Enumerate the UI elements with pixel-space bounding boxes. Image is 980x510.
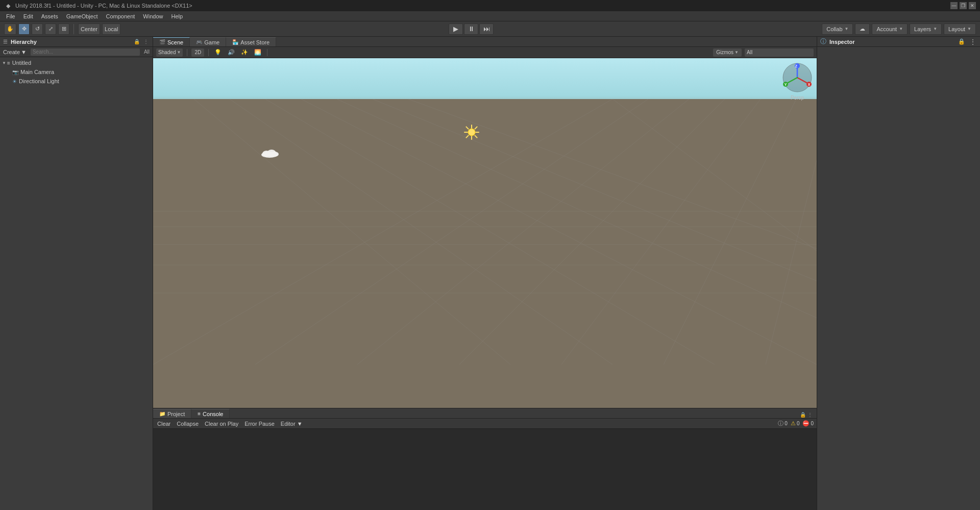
- scene-light-btn[interactable]: 💡: [213, 48, 223, 57]
- menu-assets[interactable]: Assets: [37, 11, 62, 21]
- collab-button[interactable]: Collab ▼: [822, 23, 853, 35]
- warn-icon: ⚠: [791, 420, 796, 427]
- tool-move[interactable]: ✥: [18, 23, 30, 35]
- inspector-title: Inspector: [829, 39, 855, 45]
- project-tab-label: Project: [167, 411, 185, 417]
- hierarchy-content: ▼ ≡ Untitled 📷 Main Camera ☀ Directional…: [0, 57, 153, 510]
- sun-icon: [464, 125, 479, 143]
- create-label: Create: [3, 49, 20, 55]
- tool-hand[interactable]: ✋: [4, 23, 16, 35]
- menu-bar: File Edit Assets GameObject Component Wi…: [0, 11, 980, 21]
- bottom-lock-btn[interactable]: 🔒: [799, 411, 806, 418]
- hierarchy-create-btn[interactable]: Create ▼: [3, 49, 27, 55]
- layout-label: Layout: [948, 26, 965, 32]
- layout-dropdown-arrow: ▼: [967, 27, 971, 31]
- console-collapse-btn[interactable]: Collapse: [176, 420, 200, 428]
- hierarchy-lock-btn[interactable]: 🔒: [133, 38, 140, 45]
- scene-2d-btn[interactable]: 2D: [191, 48, 204, 57]
- layers-label: Layers: [914, 26, 931, 32]
- menu-file[interactable]: File: [2, 11, 19, 21]
- console-warn-badge[interactable]: ⚠ 0: [791, 420, 800, 427]
- bottom-panel: 📁 Project ≡ Console 🔒 ⋮ Clear Colla: [153, 408, 817, 510]
- console-tab-label: Console: [203, 411, 223, 417]
- scene-sep-1: [187, 49, 187, 56]
- console-info-badge[interactable]: ⓘ 0: [778, 420, 788, 427]
- persp-label[interactable]: Persp: [782, 95, 813, 101]
- hierarchy-scene-item[interactable]: ▼ ≡ Untitled: [0, 58, 153, 67]
- collab-label: Collab: [826, 26, 842, 32]
- restore-button[interactable]: ❐: [960, 2, 967, 9]
- tab-asset-store[interactable]: 🏪 Asset Store: [226, 37, 276, 46]
- tool-rect[interactable]: ⊞: [58, 23, 69, 35]
- console-error-badge[interactable]: ⛔ 0: [802, 420, 814, 427]
- console-clear-on-play-btn[interactable]: Clear on Play: [204, 420, 239, 428]
- console-editor-btn[interactable]: Editor ▼: [280, 420, 304, 428]
- console-error-pause-btn[interactable]: Error Pause: [243, 420, 276, 428]
- account-button[interactable]: Account ▼: [872, 23, 908, 35]
- hierarchy-search-input[interactable]: [31, 48, 140, 56]
- error-count: 0: [811, 421, 814, 426]
- scene-fx-btn[interactable]: ✨: [239, 48, 250, 57]
- svg-line-18: [265, 99, 715, 365]
- unity-icon: ◆: [4, 2, 12, 10]
- svg-line-17: [301, 99, 817, 365]
- project-tab-icon: 📁: [159, 411, 165, 417]
- menu-component[interactable]: Component: [102, 11, 139, 21]
- play-button[interactable]: ▶: [449, 23, 463, 35]
- scene-skybox-btn[interactable]: 🌅: [253, 48, 263, 57]
- center-button[interactable]: Center: [78, 23, 100, 35]
- layers-button[interactable]: Layers ▼: [910, 23, 942, 35]
- hierarchy-item-light[interactable]: ☀ Directional Light: [0, 77, 153, 86]
- close-button[interactable]: ✕: [969, 2, 976, 9]
- scene-toolbar: Shaded ▼ 2D 💡 🔊 ✨ 🌅 Gizmos ▼: [153, 47, 817, 58]
- local-button[interactable]: Local: [102, 23, 120, 35]
- shaded-label: Shaded: [158, 50, 176, 55]
- bottom-panel-right: 🔒 ⋮: [796, 411, 817, 418]
- hierarchy-panel: ☰ Hierarchy 🔒 ⋮ Create ▼ All ▼ ≡ Untitle…: [0, 37, 153, 510]
- menu-edit[interactable]: Edit: [19, 11, 37, 21]
- scene-audio-btn[interactable]: 🔊: [226, 48, 236, 57]
- scene-sep-2: [208, 49, 209, 56]
- svg-line-10: [664, 99, 796, 365]
- cloud-button[interactable]: ☁: [855, 23, 870, 35]
- console-clear-btn[interactable]: Clear: [156, 420, 172, 428]
- svg-line-19: [230, 99, 612, 365]
- menu-window[interactable]: Window: [139, 11, 167, 21]
- account-label: Account: [876, 26, 897, 32]
- gizmo-container[interactable]: Z X Y Persp: [782, 62, 813, 98]
- create-arrow: ▼: [21, 49, 27, 55]
- menu-gameobject[interactable]: GameObject: [62, 11, 102, 21]
- step-button[interactable]: ⏭: [479, 23, 494, 35]
- layout-button[interactable]: Layout ▼: [944, 23, 976, 35]
- tab-console[interactable]: ≡ Console: [191, 409, 230, 418]
- tab-game[interactable]: 🎮 Game: [190, 37, 226, 46]
- scene-icon: ≡: [7, 60, 10, 66]
- tool-scale[interactable]: ⤢: [45, 23, 56, 35]
- gizmos-filter-input[interactable]: [745, 48, 814, 57]
- bottom-menu-btn[interactable]: ⋮: [806, 411, 814, 418]
- inspector-header: ⓘ Inspector 🔒 ⋮: [817, 37, 980, 47]
- bottom-tabs: 📁 Project ≡ Console 🔒 ⋮: [153, 408, 817, 419]
- hierarchy-item-camera[interactable]: 📷 Main Camera: [0, 67, 153, 77]
- shaded-select[interactable]: Shaded ▼: [156, 48, 183, 57]
- shaded-dropdown-arrow: ▼: [177, 50, 181, 55]
- hierarchy-panel-controls: 🔒 ⋮: [133, 38, 150, 45]
- menu-help[interactable]: Help: [167, 11, 187, 21]
- minimize-button[interactable]: —: [950, 2, 958, 9]
- pause-button[interactable]: ⏸: [464, 23, 478, 35]
- scene-sep-3: [267, 49, 267, 56]
- inspector-menu-btn[interactable]: ⋮: [969, 38, 977, 46]
- svg-line-7: [357, 99, 689, 365]
- scene-viewport[interactable]: .grid-line { stroke: #999; stroke-width:…: [153, 58, 817, 408]
- hierarchy-all-filter[interactable]: All: [144, 49, 150, 55]
- tab-scene[interactable]: 🎬 Scene: [153, 37, 190, 46]
- svg-line-9: [561, 99, 761, 365]
- tool-rotate[interactable]: ↺: [32, 23, 43, 35]
- inspector-lock-btn[interactable]: 🔒: [958, 38, 966, 46]
- tab-project[interactable]: 📁 Project: [153, 409, 191, 418]
- gizmos-btn[interactable]: Gizmos ▼: [713, 48, 742, 57]
- scene-tabs: 🎬 Scene 🎮 Game 🏪 Asset Store: [153, 37, 817, 47]
- account-dropdown-arrow: ▼: [899, 27, 903, 31]
- svg-line-29: [466, 135, 468, 137]
- hierarchy-menu-btn[interactable]: ⋮: [142, 38, 150, 45]
